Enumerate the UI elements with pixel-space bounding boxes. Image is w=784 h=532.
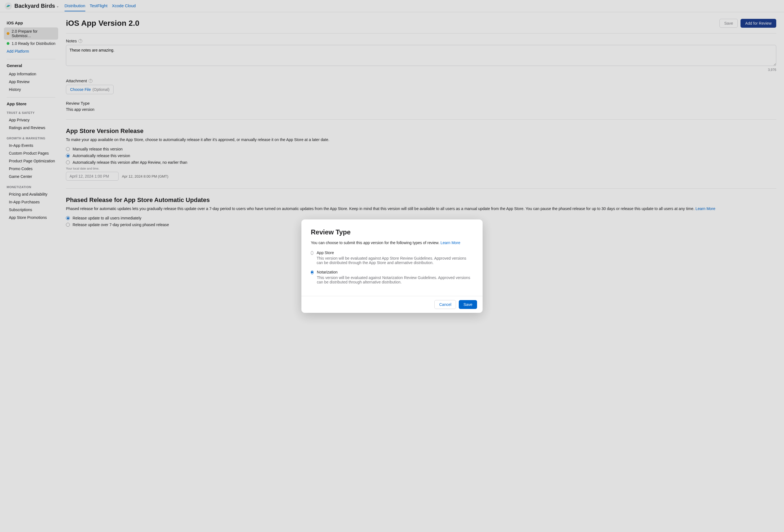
modal-title: Review Type xyxy=(311,228,473,235)
review-type-modal: Review Type You can choose to submit thi… xyxy=(301,220,483,235)
modal-overlay: Review Type You can choose to submit thi… xyxy=(0,0,784,235)
